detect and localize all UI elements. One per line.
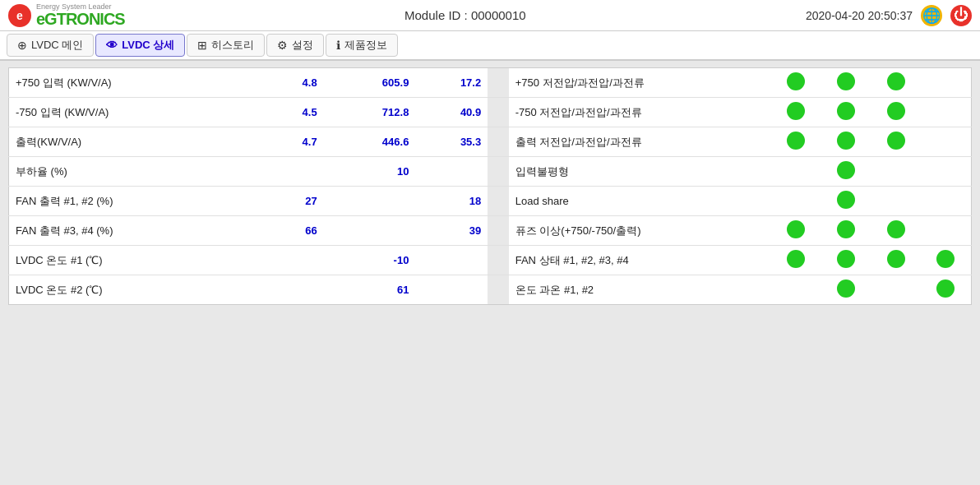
table-row: 부하율 (%)10입력불평형 (9, 157, 972, 187)
row-val3 (415, 275, 488, 305)
status-indicator (787, 132, 805, 150)
right-label: Load share (509, 187, 771, 216)
nav-icon-settings: ⚙ (277, 39, 288, 52)
indicator-cell (871, 127, 921, 157)
indicator-cell (921, 68, 972, 98)
indicator-cell (921, 246, 972, 275)
globe-button[interactable]: 🌐 (921, 5, 942, 26)
row-val1: 4.7 (245, 127, 324, 157)
status-indicator (787, 102, 805, 120)
row-val3: 39 (415, 216, 488, 246)
status-indicator (837, 72, 855, 90)
indicator-cell (771, 98, 821, 127)
row-label: 부하율 (%) (9, 157, 245, 187)
indicator-cell (871, 216, 921, 246)
nav-icon-lvdc-detail: 👁 (106, 39, 118, 52)
nav-label-history: 히스토리 (211, 38, 254, 53)
section-divider (488, 246, 509, 275)
right-label: FAN 상태 #1, #2, #3, #4 (509, 246, 771, 275)
right-label: +750 저전압/과전압/과전류 (509, 68, 771, 98)
indicator-cell (821, 246, 871, 275)
nav-icon-history: ⊞ (197, 39, 207, 52)
nav-item-history[interactable]: ⊞ 히스토리 (187, 34, 265, 57)
nav-item-lvdc-main[interactable]: ⊕ LVDC 메인 (7, 34, 94, 57)
indicator-cell (921, 127, 972, 157)
right-label: -750 저전압/과전압/과전류 (509, 98, 771, 127)
row-val2: 10 (324, 157, 416, 187)
indicator-cell (771, 127, 821, 157)
section-divider (488, 127, 509, 157)
nav-item-settings[interactable]: ⚙ 설정 (266, 34, 324, 57)
row-val2: 712.8 (324, 98, 416, 127)
section-divider (488, 187, 509, 216)
indicator-cell (821, 216, 871, 246)
row-label: +750 입력 (KW/V/A) (9, 68, 245, 98)
nav-icon-lvdc-main: ⊕ (17, 39, 27, 52)
row-label: 출력(KW/V/A) (9, 127, 245, 157)
status-indicator (887, 72, 905, 90)
table-row: +750 입력 (KW/V/A)4.8605.917.2+750 저전압/과전압… (9, 68, 972, 98)
indicator-cell (871, 246, 921, 275)
status-indicator (837, 220, 855, 238)
nav-bar: ⊕ LVDC 메인 👁 LVDC 상세 ⊞ 히스토리 ⚙ 설정 ℹ 제품정보 (0, 31, 980, 61)
table-row: -750 입력 (KW/V/A)4.5712.840.9-750 저전압/과전압… (9, 98, 972, 127)
row-val3: 40.9 (415, 98, 488, 127)
status-indicator (787, 250, 805, 268)
row-val3: 18 (415, 187, 488, 216)
section-divider (488, 68, 509, 98)
status-indicator (837, 161, 855, 179)
nav-icon-product-info: ℹ (336, 39, 340, 52)
indicator-cell (821, 127, 871, 157)
indicator-cell (771, 157, 821, 187)
right-label: 입력불평형 (509, 157, 771, 187)
section-divider (488, 216, 509, 246)
row-val3 (415, 157, 488, 187)
row-val2: 61 (324, 275, 416, 305)
table-row: LVDC 온도 #1 (℃)-10FAN 상태 #1, #2, #3, #4 (9, 246, 972, 275)
row-label: LVDC 온도 #1 (℃) (9, 246, 245, 275)
indicator-cell (771, 275, 821, 305)
table-row: FAN 출력 #1, #2 (%)2718Load share (9, 187, 972, 216)
row-val2 (324, 216, 416, 246)
indicator-cell (921, 157, 972, 187)
header-right: 2020-04-20 20:50:37 🌐 ⏻ (806, 5, 972, 26)
power-button[interactable]: ⏻ (950, 5, 972, 26)
indicator-cell (771, 187, 821, 216)
logo-area: e Energy System Leader eGTRONICS (8, 3, 125, 27)
section-divider (488, 157, 509, 187)
row-val2: 446.6 (324, 127, 416, 157)
indicator-cell (821, 275, 871, 305)
row-val3: 35.3 (415, 127, 488, 157)
table-row: LVDC 온도 #2 (℃)61온도 과온 #1, #2 (9, 275, 972, 305)
status-indicator (887, 220, 905, 238)
logo-icon: e (8, 4, 31, 27)
status-indicator (787, 72, 805, 90)
indicator-cell (871, 68, 921, 98)
indicator-cell (921, 216, 972, 246)
section-divider (488, 275, 509, 305)
logo-text: eGTRONICS (36, 11, 125, 27)
row-val1: 4.8 (245, 68, 324, 98)
table-row: FAN 출력 #3, #4 (%)6639퓨즈 이상(+750/-750/출력) (9, 216, 972, 246)
row-val1 (245, 275, 324, 305)
indicator-cell (871, 275, 921, 305)
row-val2: -10 (324, 246, 416, 275)
main-content: +750 입력 (KW/V/A)4.8605.917.2+750 저전압/과전압… (0, 61, 980, 485)
row-val1: 4.5 (245, 98, 324, 127)
row-val3: 17.2 (415, 68, 488, 98)
table-row: 출력(KW/V/A)4.7446.635.3출력 저전압/과전압/과전류 (9, 127, 972, 157)
row-label: FAN 출력 #1, #2 (%) (9, 187, 245, 216)
row-val3 (415, 246, 488, 275)
indicator-cell (921, 187, 972, 216)
row-label: -750 입력 (KW/V/A) (9, 98, 245, 127)
status-indicator (936, 279, 955, 298)
datetime: 2020-04-20 20:50:37 (806, 9, 913, 22)
nav-item-product-info[interactable]: ℹ 제품정보 (326, 34, 398, 57)
module-id: Module ID : 00000010 (125, 8, 806, 22)
nav-item-lvdc-detail[interactable]: 👁 LVDC 상세 (95, 34, 185, 57)
status-indicator (837, 191, 855, 209)
indicator-cell (821, 187, 871, 216)
row-val1 (245, 157, 324, 187)
status-indicator (787, 220, 805, 238)
status-indicator (887, 250, 905, 268)
